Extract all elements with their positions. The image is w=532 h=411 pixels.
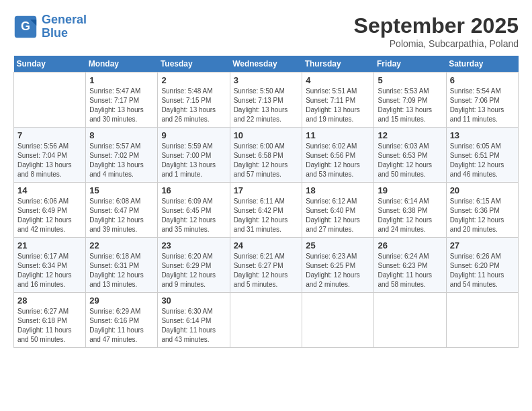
day-info: Sunrise: 6:26 AM Sunset: 6:20 PM Dayligh… (450, 252, 515, 289)
logo-icon: G (13, 15, 38, 39)
day-info: Sunrise: 6:27 AM Sunset: 6:18 PM Dayligh… (17, 307, 82, 345)
day-info: Sunrise: 6:14 AM Sunset: 6:38 PM Dayligh… (378, 197, 442, 234)
day-info: Sunrise: 6:08 AM Sunset: 6:47 PM Dayligh… (89, 197, 154, 234)
day-info: Sunrise: 6:09 AM Sunset: 6:45 PM Dayligh… (161, 197, 226, 234)
day-number: 9 (161, 130, 226, 140)
day-info: Sunrise: 6:18 AM Sunset: 6:31 PM Dayligh… (89, 252, 154, 289)
weekday-header-tuesday: Tuesday (158, 56, 230, 73)
day-number: 8 (89, 130, 154, 140)
day-info: Sunrise: 5:48 AM Sunset: 7:15 PM Dayligh… (161, 87, 226, 124)
calendar-cell: 3Sunrise: 5:50 AM Sunset: 7:13 PM Daylig… (230, 73, 302, 128)
day-info: Sunrise: 5:50 AM Sunset: 7:13 PM Dayligh… (234, 87, 299, 124)
weekday-header-wednesday: Wednesday (230, 56, 302, 73)
calendar-cell: 1Sunrise: 5:47 AM Sunset: 7:17 PM Daylig… (86, 73, 158, 128)
day-number: 23 (161, 240, 226, 250)
day-info: Sunrise: 5:59 AM Sunset: 7:00 PM Dayligh… (161, 142, 226, 179)
calendar-cell: 29Sunrise: 6:29 AM Sunset: 6:16 PM Dayli… (86, 293, 158, 348)
day-info: Sunrise: 5:54 AM Sunset: 7:06 PM Dayligh… (450, 87, 515, 124)
calendar-cell: 27Sunrise: 6:26 AM Sunset: 6:20 PM Dayli… (446, 238, 518, 293)
day-number: 11 (306, 130, 370, 140)
day-number: 17 (234, 185, 299, 195)
week-row-5: 28Sunrise: 6:27 AM Sunset: 6:18 PM Dayli… (14, 293, 519, 348)
day-number: 2 (161, 75, 226, 85)
logo: G General Blue (13, 13, 87, 40)
day-number: 27 (450, 240, 515, 250)
day-info: Sunrise: 6:21 AM Sunset: 6:27 PM Dayligh… (234, 252, 299, 289)
day-info: Sunrise: 6:29 AM Sunset: 6:16 PM Dayligh… (89, 307, 154, 345)
day-number: 10 (234, 130, 299, 140)
calendar-cell: 6Sunrise: 5:54 AM Sunset: 7:06 PM Daylig… (446, 73, 518, 128)
calendar-cell: 18Sunrise: 6:12 AM Sunset: 6:40 PM Dayli… (302, 183, 374, 238)
calendar-cell: 24Sunrise: 6:21 AM Sunset: 6:27 PM Dayli… (230, 238, 302, 293)
week-row-2: 7Sunrise: 5:56 AM Sunset: 7:04 PM Daylig… (14, 128, 519, 183)
day-number: 30 (161, 295, 226, 306)
day-number: 1 (89, 75, 154, 85)
location-subtitle: Polomia, Subcarpathia, Poland (354, 38, 519, 49)
weekday-header-saturday: Saturday (446, 56, 518, 73)
day-info: Sunrise: 6:30 AM Sunset: 6:14 PM Dayligh… (161, 307, 226, 345)
day-number: 7 (17, 130, 82, 140)
calendar-cell: 12Sunrise: 6:03 AM Sunset: 6:53 PM Dayli… (374, 128, 446, 183)
weekday-header-sunday: Sunday (14, 56, 86, 73)
day-number: 16 (161, 185, 226, 195)
week-row-3: 14Sunrise: 6:06 AM Sunset: 6:49 PM Dayli… (14, 183, 519, 238)
day-number: 29 (89, 295, 154, 306)
day-number: 19 (378, 185, 442, 195)
day-number: 21 (17, 240, 82, 250)
day-info: Sunrise: 6:05 AM Sunset: 6:51 PM Dayligh… (450, 142, 515, 179)
calendar-cell: 11Sunrise: 6:02 AM Sunset: 6:56 PM Dayli… (302, 128, 374, 183)
day-info: Sunrise: 6:12 AM Sunset: 6:40 PM Dayligh… (306, 197, 370, 234)
day-info: Sunrise: 6:00 AM Sunset: 6:58 PM Dayligh… (234, 142, 299, 179)
calendar-cell (446, 293, 518, 348)
day-number: 24 (234, 240, 299, 250)
day-info: Sunrise: 5:47 AM Sunset: 7:17 PM Dayligh… (89, 87, 154, 124)
day-number: 4 (306, 75, 370, 85)
day-number: 14 (17, 185, 82, 195)
calendar-cell: 7Sunrise: 5:56 AM Sunset: 7:04 PM Daylig… (14, 128, 86, 183)
day-info: Sunrise: 6:03 AM Sunset: 6:53 PM Dayligh… (378, 142, 442, 179)
day-number: 22 (89, 240, 154, 250)
day-info: Sunrise: 5:56 AM Sunset: 7:04 PM Dayligh… (17, 142, 82, 179)
calendar-cell: 2Sunrise: 5:48 AM Sunset: 7:15 PM Daylig… (158, 73, 230, 128)
calendar-cell (374, 293, 446, 348)
calendar-cell: 19Sunrise: 6:14 AM Sunset: 6:38 PM Dayli… (374, 183, 446, 238)
day-info: Sunrise: 6:02 AM Sunset: 6:56 PM Dayligh… (306, 142, 370, 179)
calendar-cell: 14Sunrise: 6:06 AM Sunset: 6:49 PM Dayli… (14, 183, 86, 238)
day-number: 15 (89, 185, 154, 195)
day-number: 26 (378, 240, 442, 250)
day-number: 20 (450, 185, 515, 195)
calendar-cell: 30Sunrise: 6:30 AM Sunset: 6:14 PM Dayli… (158, 293, 230, 348)
calendar-cell: 17Sunrise: 6:11 AM Sunset: 6:42 PM Dayli… (230, 183, 302, 238)
day-info: Sunrise: 6:24 AM Sunset: 6:23 PM Dayligh… (378, 252, 442, 289)
week-row-4: 21Sunrise: 6:17 AM Sunset: 6:34 PM Dayli… (14, 238, 519, 293)
day-number: 28 (17, 295, 82, 306)
calendar-cell (14, 73, 86, 128)
title-section: September 2025 Polomia, Subcarpathia, Po… (354, 13, 519, 49)
weekday-header-monday: Monday (86, 56, 158, 73)
day-info: Sunrise: 5:51 AM Sunset: 7:11 PM Dayligh… (306, 87, 370, 124)
calendar-cell: 16Sunrise: 6:09 AM Sunset: 6:45 PM Dayli… (158, 183, 230, 238)
calendar-cell: 15Sunrise: 6:08 AM Sunset: 6:47 PM Dayli… (86, 183, 158, 238)
calendar-cell: 25Sunrise: 6:23 AM Sunset: 6:25 PM Dayli… (302, 238, 374, 293)
calendar-cell: 10Sunrise: 6:00 AM Sunset: 6:58 PM Dayli… (230, 128, 302, 183)
calendar-cell (230, 293, 302, 348)
day-number: 13 (450, 130, 515, 140)
calendar-cell: 21Sunrise: 6:17 AM Sunset: 6:34 PM Dayli… (14, 238, 86, 293)
week-row-1: 1Sunrise: 5:47 AM Sunset: 7:17 PM Daylig… (14, 73, 519, 128)
month-title: September 2025 (354, 13, 519, 38)
calendar-cell: 5Sunrise: 5:53 AM Sunset: 7:09 PM Daylig… (374, 73, 446, 128)
calendar-cell: 13Sunrise: 6:05 AM Sunset: 6:51 PM Dayli… (446, 128, 518, 183)
calendar-cell: 23Sunrise: 6:20 AM Sunset: 6:29 PM Dayli… (158, 238, 230, 293)
day-number: 5 (378, 75, 442, 85)
calendar-cell (302, 293, 374, 348)
calendar-cell: 28Sunrise: 6:27 AM Sunset: 6:18 PM Dayli… (14, 293, 86, 348)
day-number: 18 (306, 185, 370, 195)
page-header: G General Blue September 2025 Polomia, S… (13, 13, 519, 49)
day-info: Sunrise: 6:06 AM Sunset: 6:49 PM Dayligh… (17, 197, 82, 234)
logo-text: General Blue (42, 13, 87, 40)
calendar-table: SundayMondayTuesdayWednesdayThursdayFrid… (13, 56, 519, 348)
logo-line1: General (42, 13, 87, 26)
svg-text:G: G (21, 19, 30, 33)
day-info: Sunrise: 6:15 AM Sunset: 6:36 PM Dayligh… (450, 197, 515, 234)
logo-line2: Blue (42, 26, 68, 40)
